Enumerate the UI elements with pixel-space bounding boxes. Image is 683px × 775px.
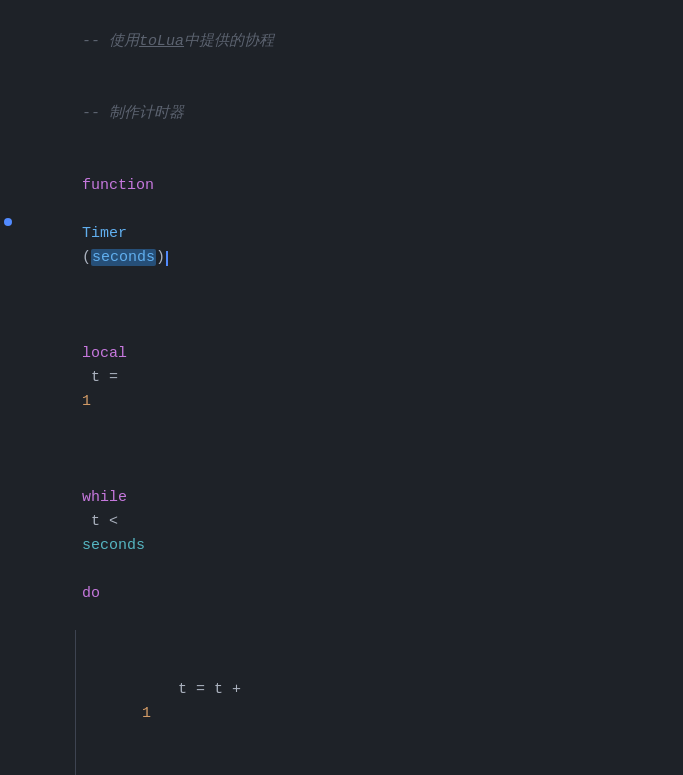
line-content-2: -- 制作计时器 [18,78,683,150]
keyword-function-1: function [82,177,154,194]
code-line-5: while t < seconds do [0,438,683,630]
line-content-7: coroutine . wait ( 1 ) [18,750,683,775]
keyword-local-1: local [82,345,127,362]
number-2: 1 [142,705,151,722]
comment-text-2: -- 制作计时器 [82,105,184,122]
code-line-2: -- 制作计时器 [0,78,683,150]
breakpoint-3[interactable] [4,218,12,226]
code-line-6: t = t + 1 [0,630,683,750]
indent-guide-2 [75,750,76,775]
keyword-while: while [82,489,127,506]
code-editor: -- 使用toLua中提供的协程 -- 制作计时器 function Timer… [0,0,683,775]
line-content-3: function Timer (seconds) [18,150,683,294]
comment-text-1: -- 使用toLua中提供的协程 [82,33,274,50]
var-seconds-2: seconds [82,537,145,554]
line-content-5: while t < seconds do [18,438,683,630]
indent-guide [75,630,76,750]
text-cursor [166,251,168,266]
code-line-3: function Timer (seconds) [0,150,683,294]
code-line-1: -- 使用toLua中提供的协程 [0,6,683,78]
line-content-6: t = t + 1 [18,630,683,750]
line-content-4: local t = 1 [18,294,683,438]
code-line-4: local t = 1 [0,294,683,438]
param-seconds-1: seconds [91,249,156,266]
code-line-7: coroutine . wait ( 1 ) [0,750,683,775]
number-1: 1 [82,393,91,410]
line-content-1: -- 使用toLua中提供的协程 [18,6,683,78]
keyword-do: do [82,585,100,602]
func-name-timer: Timer [82,225,127,242]
